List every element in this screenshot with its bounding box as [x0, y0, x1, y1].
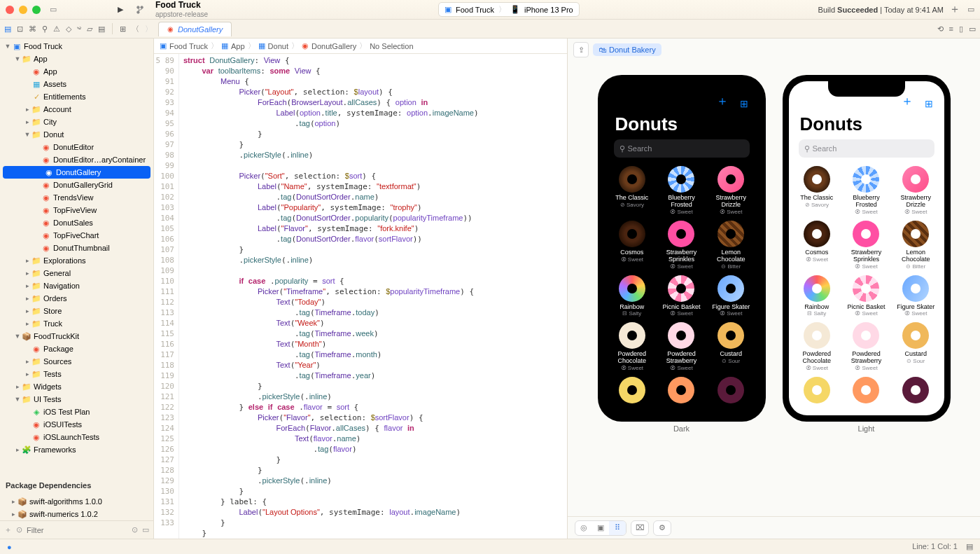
sidebar-toggle-icon[interactable]: ▭: [46, 4, 60, 16]
add-icon[interactable]: ＋: [949, 2, 960, 17]
nav-item[interactable]: ◉DonutEditor…aryContainer: [0, 153, 153, 166]
adjust-icon[interactable]: ≡: [949, 25, 953, 34]
nav-project-icon[interactable]: ▤: [4, 25, 11, 34]
donut-cell[interactable]: [707, 375, 755, 408]
nav-report-icon[interactable]: ▤: [98, 25, 105, 34]
inspector-icon[interactable]: ▭: [969, 25, 976, 34]
nav-item[interactable]: ▸📁Orders: [0, 292, 153, 305]
nav-find-icon[interactable]: ⚲: [42, 25, 48, 34]
pkg-dep-item[interactable]: ▸📦swift-numerics 1.0.2: [0, 508, 153, 520]
navigator-tree[interactable]: ▼▣Food Truck▼📁App◉App▦Assets✓Entitlement…: [0, 39, 153, 476]
donut-cell[interactable]: Powdered Strawberry⦿ Sweet: [657, 321, 706, 374]
donut-cell[interactable]: [657, 375, 706, 408]
search-field[interactable]: ⚲Search: [614, 139, 750, 158]
scheme-selector[interactable]: ▣ Food Truck 〉 📱 iPhone 13 Pro: [438, 2, 580, 17]
nav-test-icon[interactable]: ◇: [66, 25, 71, 34]
donut-cell[interactable]: [842, 375, 890, 408]
jump-segment[interactable]: DonutGallery: [312, 42, 356, 50]
donut-cell[interactable]: [793, 375, 841, 408]
recent-icon[interactable]: ⊙: [132, 525, 138, 534]
donut-cell[interactable]: Strawberry Drizzle⦿ Sweet: [892, 165, 940, 218]
minimap-icon[interactable]: ▤: [966, 542, 973, 551]
filter-scope-icon[interactable]: ⊙: [16, 525, 22, 534]
donut-cell[interactable]: Rainbow⊟ Salty: [793, 274, 841, 320]
code-area[interactable]: struct DonutGallery: View { var toolbarI…: [179, 54, 567, 539]
preview-destination[interactable]: 🛍 Donut Bakery: [593, 43, 662, 56]
split-icon[interactable]: ▯: [959, 25, 963, 34]
nav-item[interactable]: ▼▣Food Truck: [0, 40, 153, 53]
donut-cell[interactable]: Figure Skater⦿ Sweet: [892, 274, 940, 320]
nav-item[interactable]: ▸📁General: [0, 267, 153, 279]
donut-cell[interactable]: Strawberry Drizzle⦿ Sweet: [707, 165, 755, 218]
nav-issue-icon[interactable]: ⚠: [53, 25, 60, 34]
donut-cell[interactable]: Strawberry Sprinkles⦿ Sweet: [657, 219, 706, 272]
nav-item[interactable]: ▸📁Navigation: [0, 279, 153, 292]
donut-cell[interactable]: Powdered Strawberry⦿ Sweet: [842, 321, 890, 374]
nav-item[interactable]: ▦Assets: [0, 78, 153, 90]
nav-item[interactable]: ▸📁Truck: [0, 317, 153, 330]
donut-cell[interactable]: [608, 375, 657, 408]
preview-device[interactable]: ＋⊞Donuts⚲SearchThe Classic⊘ SavoryBluebe…: [598, 75, 766, 422]
nav-item[interactable]: ◉DonutThumbnail: [0, 242, 153, 254]
nav-breakpoint-icon[interactable]: ▱: [87, 25, 92, 34]
jump-segment[interactable]: No Selection: [370, 42, 413, 50]
nav-debug-icon[interactable]: ༄: [77, 25, 81, 34]
donut-cell[interactable]: [892, 375, 940, 408]
donut-cell[interactable]: Rainbow⊟ Salty: [608, 274, 657, 320]
donut-cell[interactable]: Figure Skater⦿ Sweet: [707, 274, 755, 320]
canvas-mode-seg[interactable]: ◎ ▣ ⠿: [575, 520, 626, 536]
nav-item[interactable]: ◉Package: [0, 342, 153, 355]
nav-item[interactable]: ◈iOS Test Plan: [0, 406, 153, 418]
nav-item[interactable]: ▸📁Sources: [0, 355, 153, 368]
nav-source-icon[interactable]: ⊡: [17, 25, 23, 34]
nav-item[interactable]: ▸📁Widgets: [0, 380, 153, 393]
pin-icon[interactable]: ⇪: [573, 42, 589, 57]
nav-item[interactable]: ◉DonutGallery: [3, 166, 150, 179]
nav-item[interactable]: ▸📁Tests: [0, 368, 153, 380]
nav-item[interactable]: ◉DonutGalleryGrid: [0, 179, 153, 191]
pkg-dep-item[interactable]: ▸📦swift-algorithms 1.0.0: [0, 495, 153, 508]
library-icon[interactable]: ▭: [967, 5, 974, 14]
related-icon[interactable]: ⊞: [120, 25, 126, 34]
jump-segment[interactable]: Donut: [268, 42, 288, 50]
nav-item[interactable]: ▸🧩Frameworks: [0, 443, 153, 456]
back-button[interactable]: 〈: [132, 24, 139, 34]
add-icon[interactable]: ＋: [901, 92, 913, 109]
nav-item[interactable]: ◉DonutEditor: [0, 141, 153, 153]
donut-cell[interactable]: Cosmos⦿ Sweet: [608, 219, 657, 272]
settings-seg[interactable]: ⚙: [653, 520, 671, 536]
nav-item[interactable]: ◉App: [0, 65, 153, 78]
nav-item[interactable]: ◉iOSUITests: [0, 418, 153, 431]
donut-cell[interactable]: Blueberry Frosted⦿ Sweet: [657, 165, 706, 218]
nav-item[interactable]: ✓Entitlements: [0, 90, 153, 103]
donut-cell[interactable]: Picnic Basket⦿ Sweet: [842, 274, 890, 320]
layout-icon[interactable]: ⊞: [740, 98, 748, 109]
nav-item[interactable]: ▸📁Store: [0, 305, 153, 317]
variants-seg[interactable]: ⌧: [631, 520, 649, 536]
editor-tab[interactable]: ◉ DonutGallery: [158, 22, 232, 36]
donut-cell[interactable]: Lemon Chocolate⊝ Bitter: [707, 219, 755, 272]
nav-item[interactable]: ▸📁Explorations: [0, 254, 153, 267]
donut-cell[interactable]: The Classic⊘ Savory: [793, 165, 841, 218]
search-field[interactable]: ⚲Search: [799, 139, 934, 158]
donut-cell[interactable]: Picnic Basket⦿ Sweet: [657, 274, 706, 320]
refresh-icon[interactable]: ⟲: [937, 25, 944, 34]
project-info[interactable]: Food Truck appstore-release: [155, 1, 208, 18]
traffic-lights[interactable]: [6, 6, 41, 14]
nav-symbol-icon[interactable]: ⌘: [29, 25, 36, 34]
filter-input[interactable]: [27, 526, 127, 534]
nav-item[interactable]: ▼📁UI Tests: [0, 393, 153, 406]
donut-cell[interactable]: Cosmos⦿ Sweet: [793, 219, 841, 272]
layout-icon[interactable]: ⊞: [925, 98, 933, 109]
donut-cell[interactable]: Custard⊙ Sour: [707, 321, 755, 374]
forward-button[interactable]: 〉: [145, 24, 153, 34]
nav-item[interactable]: ▼📁App: [0, 53, 153, 65]
nav-item[interactable]: ◉iOSLaunchTests: [0, 431, 153, 443]
jump-segment[interactable]: App: [231, 42, 245, 50]
scm-icon[interactable]: ▭: [142, 525, 149, 534]
nav-item[interactable]: ▼📁Donut: [0, 128, 153, 141]
nav-item[interactable]: ◉DonutSales: [0, 216, 153, 229]
donut-cell[interactable]: The Classic⊘ Savory: [608, 165, 657, 218]
nav-item[interactable]: ◉TopFiveView: [0, 204, 153, 216]
nav-item[interactable]: ◉TrendsView: [0, 191, 153, 204]
